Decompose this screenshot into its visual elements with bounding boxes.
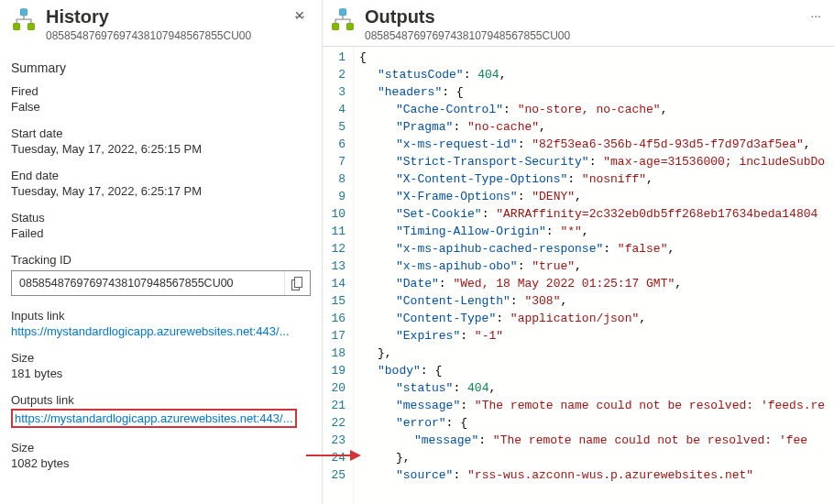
outputs-panel: Outputs 08585487697697438107948567855CU0… — [323, 0, 834, 504]
json-editor[interactable]: 1234567891011121314151617181920212223242… — [323, 46, 834, 504]
inputs-link-label: Inputs link — [11, 309, 311, 323]
svg-rect-7 — [346, 24, 353, 30]
inputs-link[interactable]: https://mystandardlogicapp.azurewebsites… — [11, 324, 311, 338]
copy-icon[interactable] — [284, 271, 310, 295]
fired-field: Fired False — [11, 84, 311, 114]
inputs-size-label: Size — [11, 351, 311, 365]
logic-app-icon — [330, 7, 356, 33]
inputs-link-field: Inputs link https://mystandardlogicapp.a… — [11, 309, 311, 338]
svg-rect-2 — [27, 24, 34, 30]
outputs-link[interactable]: https://mystandardlogicapp.azurewebsites… — [15, 411, 293, 425]
line-gutter: 1234567891011121314151617181920212223242… — [323, 47, 354, 504]
tracking-input[interactable] — [12, 271, 284, 295]
end-date-label: End date — [11, 169, 311, 182]
end-date-field: End date Tuesday, May 17, 2022, 6:25:17 … — [11, 169, 311, 198]
outputs-size-value: 1082 bytes — [11, 456, 311, 470]
outputs-title: Outputs — [365, 5, 801, 27]
history-panel: History 08585487697697438107948567855CU0… — [0, 0, 323, 504]
outputs-link-label: Outputs link — [11, 393, 311, 407]
outputs-run-id: 08585487697697438107948567855CU00 — [365, 29, 801, 42]
start-date-value: Tuesday, May 17, 2022, 6:25:15 PM — [11, 142, 311, 156]
end-date-value: Tuesday, May 17, 2022, 6:25:17 PM — [11, 184, 311, 198]
svg-rect-6 — [333, 24, 339, 30]
svg-rect-5 — [340, 9, 346, 16]
code-area[interactable]: {"statusCode": 404,"headers": {"Cache-Co… — [354, 47, 834, 504]
status-label: Status — [11, 211, 311, 225]
outputs-header: Outputs 08585487697697438107948567855CU0… — [323, 0, 834, 46]
svg-rect-1 — [14, 24, 20, 30]
history-run-id: 08585487697697438107948567855CU00 — [46, 29, 285, 42]
inputs-size-field: Size 181 bytes — [11, 351, 311, 380]
close-icon[interactable]: ✕ — [289, 5, 311, 26]
tracking-field: Tracking ID — [11, 253, 311, 296]
history-title: History — [46, 5, 285, 27]
outputs-size-field: Size 1082 bytes — [11, 441, 311, 470]
summary-heading: Summary — [11, 60, 311, 75]
start-date-label: Start date — [11, 126, 311, 140]
fired-label: Fired — [11, 84, 311, 98]
outputs-size-label: Size — [11, 441, 311, 455]
status-field: Status Failed — [11, 211, 311, 240]
history-header: History 08585487697697438107948567855CU0… — [11, 5, 311, 48]
svg-rect-0 — [21, 9, 27, 16]
more-icon[interactable]: ··· — [805, 5, 827, 26]
inputs-size-value: 181 bytes — [11, 367, 311, 380]
tracking-label: Tracking ID — [11, 253, 311, 267]
outputs-link-field: Outputs link https://mystandardlogicapp.… — [11, 393, 311, 428]
tracking-box — [11, 270, 311, 296]
svg-rect-4 — [295, 277, 302, 287]
start-date-field: Start date Tuesday, May 17, 2022, 6:25:1… — [11, 126, 311, 156]
outputs-link-highlight: https://mystandardlogicapp.azurewebsites… — [11, 409, 297, 428]
status-value: Failed — [11, 226, 311, 240]
logic-app-icon — [11, 7, 37, 33]
fired-value: False — [11, 100, 311, 114]
